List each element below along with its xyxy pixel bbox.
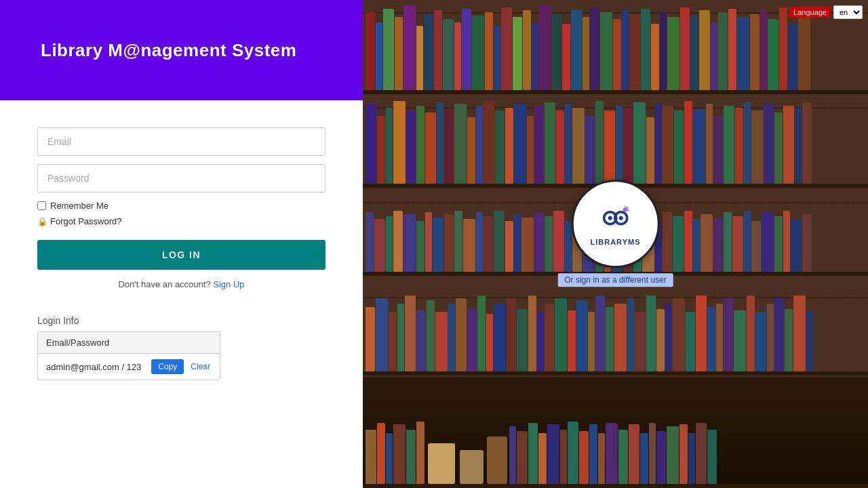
book <box>366 104 376 184</box>
book <box>673 216 684 272</box>
book <box>448 304 455 371</box>
book <box>476 212 483 272</box>
book <box>405 296 416 371</box>
book <box>416 422 425 484</box>
book <box>600 12 612 90</box>
book <box>513 17 522 90</box>
book <box>646 117 654 184</box>
book <box>484 101 494 184</box>
right-panel: LIBRARYMS Or sign in as a different user… <box>363 0 868 488</box>
book <box>377 116 385 184</box>
book <box>476 106 483 184</box>
book <box>454 211 462 272</box>
book <box>774 216 783 272</box>
book <box>528 296 536 371</box>
book <box>793 296 806 371</box>
book <box>416 221 425 272</box>
book <box>463 219 475 272</box>
email-input[interactable] <box>37 127 326 156</box>
clear-button[interactable]: Clear <box>189 359 212 374</box>
login-info-section: Login Info Email/Password admin@gmail.co… <box>0 302 363 380</box>
book <box>406 430 416 484</box>
book <box>527 116 534 184</box>
copy-button[interactable]: Copy <box>151 359 184 374</box>
book <box>707 430 717 484</box>
login-info-title: Login Info <box>37 315 326 326</box>
book <box>393 101 406 184</box>
book <box>716 304 723 371</box>
remember-row: Remember Me <box>37 201 326 211</box>
book <box>732 216 743 272</box>
lock-icon: 🔒 <box>37 217 47 226</box>
book <box>595 101 604 184</box>
forgot-password-link[interactable]: Forgot Password? <box>50 216 122 226</box>
book <box>434 10 442 90</box>
book <box>403 214 416 272</box>
book <box>494 304 506 371</box>
book <box>673 298 685 371</box>
book <box>437 102 443 184</box>
book <box>477 296 486 371</box>
remember-label[interactable]: Remember Me <box>50 201 108 211</box>
remember-checkbox[interactable] <box>37 201 46 210</box>
book <box>534 212 544 272</box>
book <box>613 19 621 90</box>
header-bar: Library M@nagement System <box>0 0 363 100</box>
book <box>456 298 467 371</box>
book <box>585 116 595 184</box>
book <box>537 312 544 371</box>
book <box>545 102 555 184</box>
language-bar: Language en <box>789 5 863 19</box>
book <box>627 298 634 371</box>
book <box>750 14 760 90</box>
book <box>444 109 454 184</box>
shelf-2 <box>363 96 868 188</box>
book <box>783 106 794 184</box>
book <box>406 110 416 184</box>
book <box>663 106 673 184</box>
book <box>393 211 403 272</box>
book <box>383 9 394 90</box>
book <box>547 424 559 484</box>
login-button[interactable]: LOG IN <box>37 240 326 270</box>
book <box>588 312 595 371</box>
book <box>427 300 435 371</box>
book <box>505 221 513 272</box>
book <box>433 218 443 272</box>
book <box>517 431 528 484</box>
book <box>386 433 393 484</box>
or-sign-in-badge[interactable]: Or sign in as a different user <box>557 273 673 287</box>
book <box>589 424 597 484</box>
book <box>374 219 385 272</box>
book <box>579 431 589 484</box>
book <box>539 5 551 90</box>
language-select[interactable]: en <box>833 5 863 19</box>
book <box>706 104 713 184</box>
book <box>528 423 538 484</box>
book <box>616 106 623 184</box>
book <box>556 110 564 184</box>
forgot-row: 🔒 Forgot Password? <box>37 216 326 226</box>
book <box>444 214 454 272</box>
book <box>684 211 692 272</box>
item <box>460 450 484 484</box>
book <box>744 211 751 272</box>
item <box>487 436 507 484</box>
book <box>718 12 728 90</box>
book <box>665 304 672 371</box>
login-info-header: Email/Password <box>38 332 220 354</box>
book <box>656 309 665 371</box>
book <box>655 104 662 184</box>
book <box>425 113 436 184</box>
app-title: Library M@nagement System <box>41 40 296 61</box>
signup-link[interactable]: Sign Up <box>213 279 244 289</box>
book <box>366 212 374 272</box>
book <box>501 7 512 90</box>
book <box>728 9 736 90</box>
svg-point-2 <box>608 216 612 220</box>
password-input[interactable] <box>37 164 326 192</box>
book <box>656 431 666 484</box>
book <box>484 216 493 272</box>
book <box>649 423 656 484</box>
login-info-row: admin@gmail.com / 123 Copy Clear <box>38 354 220 380</box>
